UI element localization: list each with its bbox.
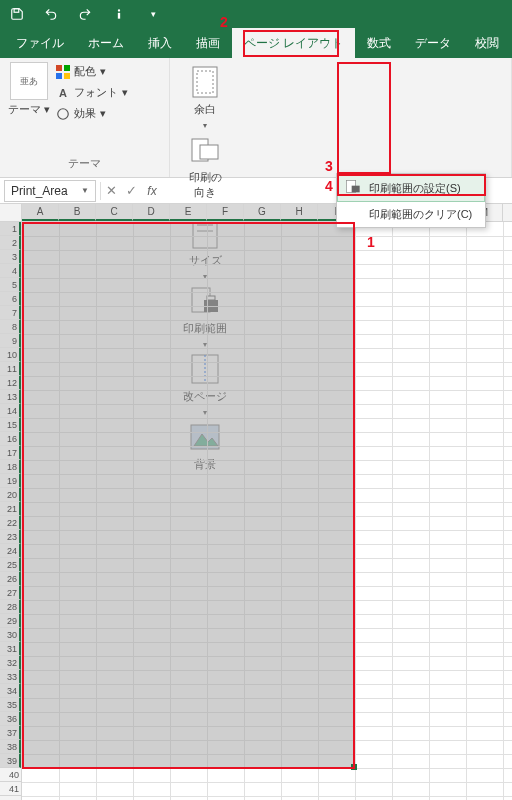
col-header-A[interactable]: A	[22, 204, 59, 221]
colors-label: 配色	[74, 64, 96, 79]
svg-rect-0	[14, 9, 19, 13]
menu-clear-label: 印刷範囲のクリア(C)	[369, 207, 472, 222]
row-header-20[interactable]: 20	[0, 488, 21, 502]
row-header-34[interactable]: 34	[0, 684, 21, 698]
save-icon[interactable]	[6, 3, 28, 25]
row-header-9[interactable]: 9	[0, 334, 21, 348]
colors-button[interactable]: 配色 ▾	[56, 62, 128, 81]
row-header-6[interactable]: 6	[0, 292, 21, 306]
callout-1: 1	[367, 234, 375, 250]
orientation-label: 印刷の 向き	[189, 170, 222, 200]
row-header-36[interactable]: 36	[0, 712, 21, 726]
row-header-29[interactable]: 29	[0, 614, 21, 628]
row-header-32[interactable]: 32	[0, 656, 21, 670]
orientation-icon	[189, 134, 221, 166]
row-header-17[interactable]: 17	[0, 446, 21, 460]
customize-qat-icon[interactable]: ▾	[142, 3, 164, 25]
selection-range	[22, 222, 355, 768]
tab-review[interactable]: 校閲	[463, 28, 511, 58]
fonts-icon: A	[56, 86, 70, 100]
row-header-25[interactable]: 25	[0, 558, 21, 572]
fill-handle[interactable]	[351, 764, 357, 770]
row-header-35[interactable]: 35	[0, 698, 21, 712]
col-header-F[interactable]: F	[207, 204, 244, 221]
row-headers: 1234567891011121314151617181920212223242…	[0, 222, 22, 800]
touch-mode-icon[interactable]	[108, 3, 130, 25]
themes-label: テーマ ▾	[8, 102, 50, 117]
col-header-G[interactable]: G	[244, 204, 281, 221]
cells-area[interactable]	[22, 222, 512, 800]
fonts-label: フォント	[74, 85, 118, 100]
row-header-11[interactable]: 11	[0, 362, 21, 376]
row-header-21[interactable]: 21	[0, 502, 21, 516]
name-box[interactable]: Print_Area ▼	[4, 180, 96, 202]
row-header-12[interactable]: 12	[0, 376, 21, 390]
enter-formula-icon[interactable]: ✓	[121, 180, 141, 202]
orientation-button[interactable]: 印刷の 向き▾	[178, 130, 232, 213]
row-header-4[interactable]: 4	[0, 264, 21, 278]
margins-button[interactable]: 余白▾	[178, 62, 232, 130]
row-header-14[interactable]: 14	[0, 404, 21, 418]
callout-2: 2	[220, 14, 228, 30]
col-header-D[interactable]: D	[133, 204, 170, 221]
redo-icon[interactable]	[74, 3, 96, 25]
fonts-button[interactable]: A フォント ▾	[56, 83, 128, 102]
col-header-B[interactable]: B	[59, 204, 96, 221]
row-header-8[interactable]: 8	[0, 320, 21, 334]
row-header-22[interactable]: 22	[0, 516, 21, 530]
row-header-13[interactable]: 13	[0, 390, 21, 404]
row-header-19[interactable]: 19	[0, 474, 21, 488]
col-header-H[interactable]: H	[281, 204, 318, 221]
margins-icon	[189, 66, 221, 98]
row-header-23[interactable]: 23	[0, 530, 21, 544]
row-header-40[interactable]: 40	[0, 768, 21, 782]
svg-rect-8	[197, 71, 213, 93]
menu-clear-print-area[interactable]: 印刷範囲のクリア(C)	[337, 202, 485, 227]
effects-label: 効果	[74, 106, 96, 121]
row-header-5[interactable]: 5	[0, 278, 21, 292]
ribbon-tabs: ファイル ホーム 挿入 描画 ページ レイアウト 数式 データ 校閲	[0, 28, 512, 58]
fx-icon[interactable]: fx	[141, 184, 163, 198]
themes-button[interactable]: 亜あ テーマ ▾	[8, 62, 50, 123]
row-header-27[interactable]: 27	[0, 586, 21, 600]
row-header-31[interactable]: 31	[0, 642, 21, 656]
tab-draw[interactable]: 描画	[184, 28, 232, 58]
svg-rect-5	[64, 73, 70, 79]
tab-file[interactable]: ファイル	[4, 28, 76, 58]
row-header-28[interactable]: 28	[0, 600, 21, 614]
row-header-26[interactable]: 26	[0, 572, 21, 586]
row-header-2[interactable]: 2	[0, 236, 21, 250]
tab-insert[interactable]: 挿入	[136, 28, 184, 58]
col-header-C[interactable]: C	[96, 204, 133, 221]
row-header-16[interactable]: 16	[0, 432, 21, 446]
svg-point-1	[118, 9, 120, 11]
row-header-41[interactable]: 41	[0, 782, 21, 796]
effects-icon	[56, 107, 70, 121]
row-header-15[interactable]: 15	[0, 418, 21, 432]
svg-rect-3	[64, 65, 70, 71]
undo-icon[interactable]	[40, 3, 62, 25]
tab-data[interactable]: データ	[403, 28, 463, 58]
callout-3: 3	[325, 158, 333, 174]
effects-button[interactable]: 効果 ▾	[56, 104, 128, 123]
row-header-10[interactable]: 10	[0, 348, 21, 362]
select-all-corner[interactable]	[0, 204, 22, 221]
svg-point-6	[58, 108, 69, 119]
cancel-formula-icon[interactable]: ✕	[101, 180, 121, 202]
row-header-37[interactable]: 37	[0, 726, 21, 740]
name-box-value: Print_Area	[11, 184, 68, 198]
row-header-3[interactable]: 3	[0, 250, 21, 264]
tab-formulas[interactable]: 数式	[355, 28, 403, 58]
menu-set-print-area[interactable]: 印刷範囲の設定(S)	[337, 174, 485, 202]
row-header-18[interactable]: 18	[0, 460, 21, 474]
row-header-33[interactable]: 33	[0, 670, 21, 684]
tab-page-layout[interactable]: ページ レイアウト	[232, 28, 355, 58]
tab-home[interactable]: ホーム	[76, 28, 136, 58]
row-header-38[interactable]: 38	[0, 740, 21, 754]
row-header-7[interactable]: 7	[0, 306, 21, 320]
row-header-24[interactable]: 24	[0, 544, 21, 558]
row-header-39[interactable]: 39	[0, 754, 21, 768]
row-header-30[interactable]: 30	[0, 628, 21, 642]
row-header-1[interactable]: 1	[0, 222, 21, 236]
col-header-E[interactable]: E	[170, 204, 207, 221]
